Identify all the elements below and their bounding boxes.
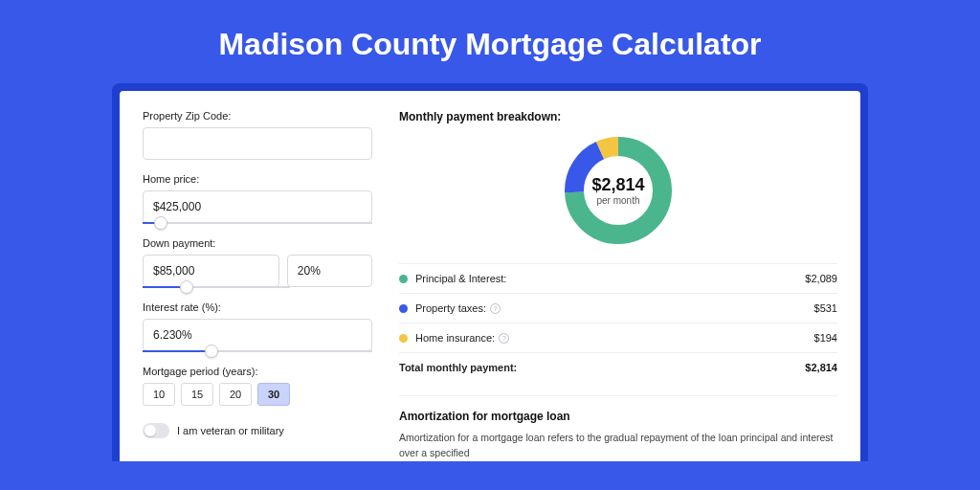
amortization-section: Amortization for mortgage loan Amortizat… (399, 395, 837, 461)
period-btn-30[interactable]: 30 (257, 383, 290, 406)
period-btn-15[interactable]: 15 (181, 383, 213, 406)
legend-amount: $531 (814, 302, 837, 314)
home-price-input[interactable] (143, 190, 372, 223)
donut-sub: per month (596, 195, 639, 206)
veteran-label: I am veteran or military (177, 425, 284, 436)
amortization-title: Amortization for mortgage loan (399, 410, 837, 423)
calculator-panel: Property Zip Code: Home price: Down paym… (112, 83, 868, 461)
down-payment-amount-input[interactable] (143, 255, 279, 287)
zip-label: Property Zip Code: (143, 110, 372, 122)
legend-row-total: Total monthly payment: $2,814 (399, 352, 837, 382)
period-btn-20[interactable]: 20 (219, 383, 252, 406)
legend-label: Home insurance: (415, 332, 495, 344)
legend-amount: $2,089 (805, 273, 837, 284)
info-icon[interactable]: ? (490, 303, 501, 314)
legend-row-principal: Principal & Interest: $2,089 (399, 263, 837, 293)
down-payment-slider[interactable] (143, 286, 290, 288)
zip-input[interactable] (143, 127, 372, 160)
home-price-slider[interactable] (143, 222, 372, 224)
slider-thumb[interactable] (180, 280, 193, 294)
amortization-text: Amortization for a mortgage loan refers … (399, 431, 837, 461)
total-amount: $2,814 (805, 362, 837, 373)
period-label: Mortgage period (years): (143, 366, 372, 377)
page-title: Madison County Mortgage Calculator (0, 0, 980, 83)
breakdown-title: Monthly payment breakdown: (399, 110, 837, 123)
breakdown-column: Monthly payment breakdown: $2,814 per mo… (399, 110, 837, 461)
down-payment-percent-input[interactable] (287, 255, 372, 287)
donut-chart: $2,814 per month (399, 133, 837, 248)
interest-rate-input[interactable] (143, 319, 372, 351)
legend-row-insurance: Home insurance: ? $194 (399, 323, 837, 352)
legend-label: Principal & Interest: (415, 273, 506, 284)
down-payment-label: Down payment: (143, 237, 372, 249)
slider-thumb[interactable] (154, 216, 167, 230)
legend-dot (399, 334, 408, 343)
veteran-toggle[interactable] (143, 423, 169, 438)
period-buttons: 10 15 20 30 (143, 383, 372, 406)
interest-rate-label: Interest rate (%): (143, 301, 372, 313)
interest-rate-slider[interactable] (143, 350, 372, 352)
legend-dot (399, 304, 408, 313)
legend-amount: $194 (814, 332, 837, 344)
info-icon[interactable]: ? (499, 333, 509, 344)
toggle-knob (145, 425, 156, 436)
inputs-column: Property Zip Code: Home price: Down paym… (143, 110, 372, 461)
legend-dot (399, 275, 408, 283)
total-label: Total monthly payment: (399, 362, 517, 373)
legend-label: Property taxes: (415, 302, 486, 314)
period-btn-10[interactable]: 10 (143, 383, 175, 406)
legend-row-taxes: Property taxes: ? $531 (399, 293, 837, 323)
donut-amount: $2,814 (591, 175, 644, 195)
veteran-toggle-row: I am veteran or military (143, 423, 372, 438)
home-price-label: Home price: (143, 173, 372, 185)
slider-thumb[interactable] (205, 345, 218, 358)
calculator-card: Property Zip Code: Home price: Down paym… (120, 91, 860, 461)
